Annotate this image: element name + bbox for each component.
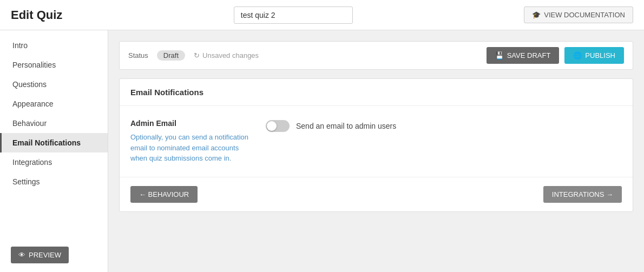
graduation-icon: 🎓: [532, 11, 541, 19]
admin-email-row: Admin Email Optionally, you can send a n…: [130, 119, 622, 164]
preview-button[interactable]: 👁 PREVIEW: [11, 247, 69, 263]
field-label-col: Admin Email Optionally, you can send a n…: [130, 119, 249, 164]
status-badge: Draft: [157, 50, 185, 61]
eye-icon: 👁: [18, 251, 25, 259]
card-body: Admin Email Optionally, you can send a n…: [120, 106, 633, 177]
card-footer: ← BEHAVIOUR INTEGRATIONS →: [120, 177, 633, 211]
save-draft-button[interactable]: 💾 SAVE DRAFT: [487, 47, 560, 64]
view-documentation-button[interactable]: 🎓 VIEW DOCUMENTATION: [524, 6, 633, 23]
main-content: Status Draft ↻ Unsaved changes 💾 SAVE DR…: [108, 30, 644, 272]
sidebar-item-intro[interactable]: Intro: [0, 36, 108, 55]
sidebar: Intro Personalities Questions Appearance…: [0, 30, 108, 272]
preview-label: PREVIEW: [29, 251, 61, 259]
publish-label: PUBLISH: [585, 51, 615, 59]
sidebar-item-settings[interactable]: Settings: [0, 172, 108, 191]
save-draft-label: SAVE DRAFT: [507, 51, 551, 59]
admin-email-label: Admin Email: [130, 119, 249, 128]
sidebar-item-email-notifications[interactable]: Email Notifications: [0, 133, 108, 152]
integrations-nav-button[interactable]: INTEGRATIONS →: [543, 186, 622, 203]
globe-icon: 🌐: [573, 51, 582, 59]
behaviour-nav-button[interactable]: ← BEHAVIOUR: [130, 186, 198, 203]
field-control-col: Send an email to admin users: [266, 119, 396, 132]
admin-email-toggle[interactable]: [266, 120, 290, 132]
status-label: Status: [128, 51, 148, 59]
status-bar: Status Draft ↻ Unsaved changes 💾 SAVE DR…: [119, 41, 633, 70]
save-icon: 💾: [495, 51, 504, 59]
card-title: Email Notifications: [130, 88, 622, 97]
email-notifications-card: Email Notifications Admin Email Optional…: [119, 78, 633, 212]
refresh-icon: ↻: [194, 51, 200, 59]
sidebar-item-integrations[interactable]: Integrations: [0, 152, 108, 172]
unsaved-changes-label: ↻ Unsaved changes: [194, 51, 259, 59]
sidebar-item-appearance[interactable]: Appearance: [0, 94, 108, 114]
prev-label: ← BEHAVIOUR: [139, 190, 189, 198]
page-title: Edit Quiz: [11, 8, 62, 22]
next-label: INTEGRATIONS →: [552, 190, 613, 198]
view-doc-label: VIEW DOCUMENTATION: [544, 11, 625, 19]
publish-button[interactable]: 🌐 PUBLISH: [564, 47, 624, 64]
card-header: Email Notifications: [120, 79, 633, 106]
sidebar-item-behaviour[interactable]: Behaviour: [0, 114, 108, 133]
sidebar-item-questions[interactable]: Questions: [0, 75, 108, 94]
unsaved-text: Unsaved changes: [202, 51, 259, 59]
quiz-name-input[interactable]: [234, 6, 353, 24]
admin-email-description: Optionally, you can send a notification …: [130, 132, 249, 164]
sidebar-item-personalities[interactable]: Personalities: [0, 55, 108, 75]
toggle-label: Send an email to admin users: [296, 122, 396, 130]
